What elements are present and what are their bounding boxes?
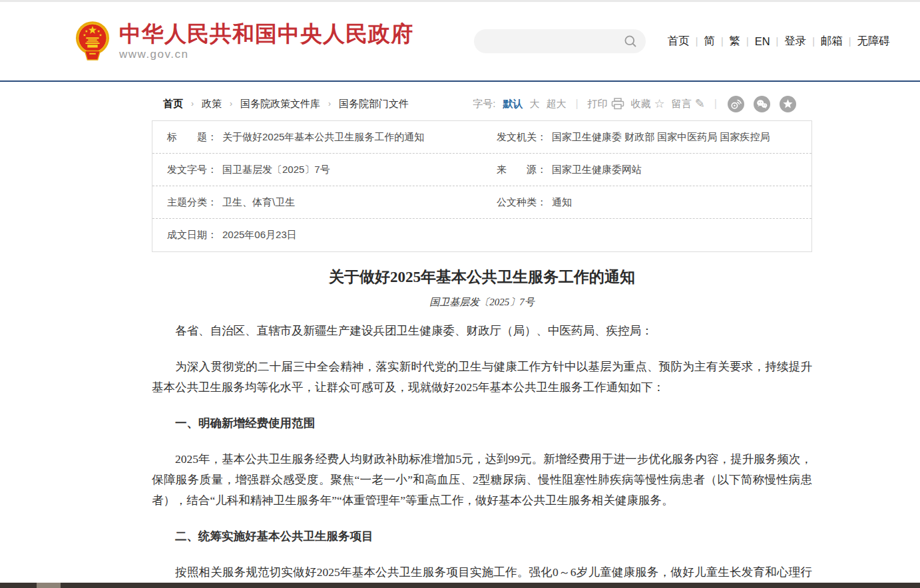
site-header: 中华人民共和国中央人民政府 www.gov.cn 首页| 简| 繁| EN| 登… — [0, 2, 920, 82]
nav-mail[interactable]: 邮箱 — [815, 34, 849, 49]
share-buttons — [723, 96, 801, 112]
document-number: 国卫基层发〔2025〕7号 — [152, 296, 812, 309]
printer-icon — [611, 98, 624, 110]
nav-accessibility[interactable]: 无障碍 — [851, 34, 897, 49]
pencil-icon: ✎ — [695, 96, 705, 111]
meta-doc-type-cell: 公文种类： 通知 — [482, 196, 811, 209]
favorite-button[interactable]: 收藏 ☆ — [631, 96, 665, 111]
meta-title-cell: 标 题： 关于做好2025年基本公共卫生服务工作的通知 — [152, 131, 482, 144]
paragraph-salutation: 各省、自治区、直辖市及新疆生产建设兵团卫生健康委、财政厅（局）、中医药局、疾控局… — [152, 321, 812, 341]
share-qzone-button[interactable] — [780, 96, 796, 112]
site-url: www.gov.cn — [119, 48, 413, 61]
section-heading-2: 二、统筹实施好基本公共卫生服务项目 — [152, 526, 812, 547]
nav-english[interactable]: EN — [749, 35, 776, 48]
search-input[interactable] — [483, 35, 624, 48]
page-title: 关于做好2025年基本公共卫生服务工作的通知 — [152, 267, 812, 287]
font-size-default[interactable]: 默认 — [503, 98, 523, 110]
bottom-edge-bar — [0, 583, 920, 588]
document-body: 各省、自治区、直辖市及新疆生产建设兵团卫生健康委、财政厅（局）、中医药局、疾控局… — [152, 321, 812, 588]
nav-simplified[interactable]: 简 — [698, 34, 721, 49]
header-nav: 首页| 简| 繁| EN| 登录| 邮箱| 无障碍 — [662, 34, 896, 49]
nav-login[interactable]: 登录 — [778, 34, 812, 49]
meta-date-cell: 成文日期： 2025年06月23日 — [152, 229, 482, 241]
breadcrumb-department-docs[interactable]: 国务院部门文件 — [339, 98, 409, 110]
main-content: 首页 › 政策 › 国务院政策文件库 › 国务院部门文件 字号: 默认 大 超大… — [152, 92, 812, 588]
section-heading-1: 一、明确新增经费使用范围 — [152, 413, 812, 434]
site-title: 中华人民共和国中央人民政府 — [119, 22, 413, 46]
meta-issuing-agency-cell: 发文机关： 国家卫生健康委 财政部 国家中医药局 国家疾控局 — [482, 131, 811, 144]
wechat-icon — [754, 96, 770, 112]
font-size-large[interactable]: 大 — [529, 98, 539, 110]
site-logo[interactable]: 中华人民共和国中央人民政府 www.gov.cn — [75, 21, 413, 62]
chevron-right-icon: › — [328, 99, 331, 108]
table-row: 标 题： 关于做好2025年基本公共卫生服务工作的通知 发文机关： 国家卫生健康… — [152, 121, 811, 154]
paragraph-section-1: 2025年，基本公共卫生服务经费人均财政补助标准增加5元，达到99元。新增经费用… — [152, 449, 812, 511]
chevron-right-icon: › — [230, 99, 232, 108]
qzone-star-icon — [780, 96, 796, 112]
share-wechat-button[interactable] — [754, 96, 770, 112]
table-row: 主题分类： 卫生、体育\卫生 公文种类： 通知 — [152, 186, 811, 219]
page-toolbar: 字号: 默认 大 超大 | 打印 收藏 ☆ 留言 ✎ | — [473, 96, 801, 112]
document-article: 关于做好2025年基本公共卫生服务工作的通知 国卫基层发〔2025〕7号 各省、… — [152, 267, 812, 588]
breadcrumb-toolbar-row: 首页 › 政策 › 国务院政策文件库 › 国务院部门文件 字号: 默认 大 超大… — [152, 92, 812, 115]
weibo-icon — [728, 96, 744, 112]
table-row: 成文日期： 2025年06月23日 — [152, 219, 811, 251]
font-size-label: 字号: — [473, 98, 495, 110]
search-box[interactable] — [474, 29, 646, 53]
toolbar-divider: | — [714, 98, 717, 110]
meta-topic-category-cell: 主题分类： 卫生、体育\卫生 — [152, 196, 482, 209]
table-row: 发文字号： 国卫基层发〔2025〕7号 来 源： 国家卫生健康委网站 — [152, 154, 811, 186]
star-icon: ☆ — [654, 96, 665, 111]
nav-traditional[interactable]: 繁 — [724, 34, 747, 49]
document-meta-table: 标 题： 关于做好2025年基本公共卫生服务工作的通知 发文机关： 国家卫生健康… — [152, 120, 812, 252]
font-size-xlarge[interactable]: 超大 — [546, 98, 566, 110]
chevron-right-icon: › — [191, 99, 194, 108]
share-weibo-button[interactable] — [728, 96, 744, 112]
print-button[interactable]: 打印 — [588, 98, 624, 110]
paragraph-intro: 为深入贯彻党的二十届三中全会精神，落实新时代党的卫生与健康工作方针中以基层为重点… — [152, 357, 812, 398]
breadcrumb-policy-library[interactable]: 国务院政策文件库 — [240, 98, 320, 110]
breadcrumb: 首页 › 政策 › 国务院政策文件库 › 国务院部门文件 — [163, 98, 409, 110]
national-emblem-icon — [75, 21, 110, 62]
search-icon[interactable] — [624, 35, 637, 48]
breadcrumb-home[interactable]: 首页 — [163, 98, 183, 110]
toolbar-divider: | — [575, 98, 578, 110]
meta-doc-number-cell: 发文字号： 国卫基层发〔2025〕7号 — [152, 164, 482, 176]
nav-home[interactable]: 首页 — [662, 34, 696, 49]
bottom-edge-segment — [37, 583, 61, 588]
comment-button[interactable]: 留言 ✎ — [672, 96, 705, 111]
meta-source-cell: 来 源： 国家卫生健康委网站 — [482, 164, 811, 176]
breadcrumb-policy[interactable]: 政策 — [202, 98, 222, 110]
